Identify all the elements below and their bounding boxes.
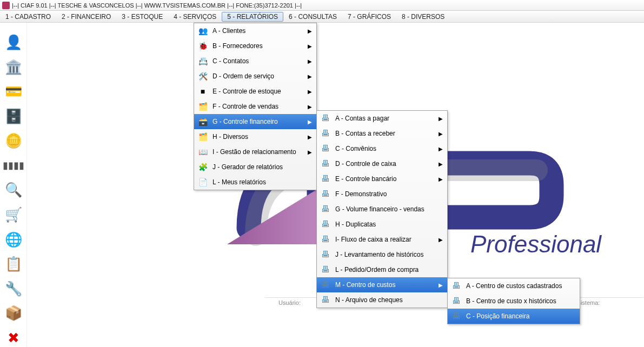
submenu-item-label: D - Controle de caixa [335, 160, 428, 168]
app-icon [2, 2, 10, 9]
menu-financeiro[interactable]: 2 - FINANCEIRO [56, 12, 116, 22]
submenu-item[interactable]: 📇C - Contatos▶ [194, 54, 316, 69]
submenu-item[interactable]: 🖶I- Fluxo de caixa a realizar▶ [317, 232, 447, 247]
submenu-item-label: A - Clientes [213, 27, 297, 35]
submenu-item-label: G - Volume financeiro - vendas [335, 205, 443, 213]
chevron-right-icon: ▶ [308, 74, 312, 79]
submenu-item[interactable]: 🖶F - Demonstrativo [317, 186, 447, 202]
note-icon[interactable]: 📋 [3, 255, 24, 273]
chevron-right-icon: ▶ [439, 282, 443, 288]
chevron-right-icon: ▶ [308, 58, 312, 64]
submenu-item-label: J - Levantamento de históricos [335, 251, 443, 258]
submenu-item-label: D - Ordem de serviço [213, 72, 297, 80]
printer-icon: 🖶 [320, 113, 331, 124]
submenu-item[interactable]: 🗃️G - Controle financeiro▶ [194, 114, 316, 129]
chevron-right-icon: ▶ [308, 149, 312, 155]
submenu-item-label: J - Gerador de relatórios [213, 163, 312, 171]
submenu-item-label: C - Convênios [335, 145, 428, 152]
menu-estoque[interactable]: 3 - ESTOQUE [116, 12, 168, 22]
submenu-item[interactable]: ■E - Controle de estoque▶ [194, 84, 316, 99]
submenu-item-label: C - Contatos [213, 57, 297, 65]
chevron-right-icon: ▶ [308, 28, 312, 34]
submenu-item[interactable]: 🗂️H - Diversos▶ [194, 129, 316, 144]
submenu-item[interactable]: 🧩J - Gerador de relatórios [194, 159, 316, 175]
close-icon[interactable]: ✖ [3, 329, 24, 347]
submenu-item[interactable]: 🖶A - Contas a pagar▶ [317, 111, 447, 126]
printer-icon: 🖶 [320, 295, 331, 305]
cashreg-icon[interactable]: 💳 [3, 83, 24, 101]
menu-consultas[interactable]: 6 - CONSULTAS [283, 12, 342, 22]
mixed: 🐞 [197, 41, 208, 51]
mixed: 📄 [197, 177, 208, 188]
submenu-item[interactable]: 🖶M - Centro de custos▶ [317, 277, 447, 292]
submenu-item-label: L - Meus relatórios [213, 178, 312, 186]
box-icon[interactable]: 📦 [3, 304, 24, 323]
mixed: 📖 [197, 146, 208, 157]
mixed: 🛠️ [197, 71, 208, 82]
submenu-item[interactable]: 🖶E - Controle bancário▶ [317, 171, 447, 186]
chevron-right-icon: ▶ [439, 146, 443, 152]
submenu-item-label: B - Centro de custo x históricos [466, 297, 575, 305]
mixed: 🗂️ [197, 131, 208, 142]
submenu-item[interactable]: 📖I - Gestão de relacionamento▶ [194, 144, 316, 159]
submenu-item[interactable]: 🗂️F - Controle de vendas▶ [194, 99, 316, 114]
submenu-item[interactable]: 🖶H - Duplicatas [317, 217, 447, 232]
safe-icon[interactable]: 🗄️ [3, 108, 24, 126]
submenu-item[interactable]: 🖶G - Volume financeiro - vendas [317, 202, 447, 217]
chevron-right-icon: ▶ [308, 43, 312, 49]
submenu-item[interactable]: 🖶L - Pedido/Ordem de compra [317, 262, 447, 277]
submenu-item[interactable]: 🖶J - Levantamento de históricos [317, 247, 447, 262]
menu-cadastro[interactable]: 1 - CADASTRO [0, 12, 56, 22]
submenu-item[interactable]: 🖶A - Centro de custos cadastrados [448, 278, 580, 293]
submenu-item[interactable]: 📄L - Meus relatórios [194, 175, 316, 190]
submenu-item[interactable]: 🛠️D - Ordem de serviço▶ [194, 69, 316, 84]
mixed: 👥 [197, 25, 208, 36]
submenu-item-label: B - Fornecedores [213, 42, 297, 50]
mixed: 🗃️ [197, 116, 208, 127]
submenu-item[interactable]: 🖶B - Centro de custo x históricos [448, 293, 580, 309]
submenu-item-label: L - Pedido/Ordem de compra [335, 266, 443, 273]
printer-icon: 🖶 [451, 296, 462, 306]
chevron-right-icon: ▶ [439, 116, 443, 122]
chevron-right-icon: ▶ [439, 161, 443, 167]
person-icon[interactable]: 👤 [3, 34, 24, 52]
printer-icon: 🖶 [320, 174, 331, 184]
menu-relatorios[interactable]: 5 - RELATÓRIOS [222, 12, 283, 22]
coins-icon[interactable]: 🪙 [3, 132, 24, 150]
chevron-right-icon: ▶ [308, 119, 312, 125]
submenu-item-label: I- Fluxo de caixa a realizar [335, 236, 428, 243]
barcode-icon[interactable]: ▮▮▮▮ [3, 157, 24, 175]
submenu-item[interactable]: 🐞B - Fornecedores▶ [194, 38, 316, 54]
menu-diversos[interactable]: 8 - DIVERSOS [396, 12, 450, 22]
left-toolbar: 👤 🏛️ 💳 🗄️ 🪙 ▮▮▮▮ 🔍 🛒 🌐 📋 🔧 📦 ✖ [0, 23, 27, 347]
printer-icon: 🖶 [320, 158, 331, 169]
submenu-item[interactable]: 🖶D - Controle de caixa▶ [317, 156, 447, 171]
submenu-item-label: C - Posição financeira [466, 312, 575, 320]
nfe-icon[interactable]: 🌐 [3, 230, 24, 249]
mixed: 📇 [197, 56, 208, 66]
chevron-right-icon: ▶ [308, 104, 312, 110]
search-icon[interactable]: 🔍 [3, 181, 24, 199]
submenu-item-label: M - Centro de custos [335, 281, 428, 289]
submenu-item[interactable]: 👥A - Clientes▶ [194, 23, 316, 38]
cart-icon[interactable]: 🛒 [3, 206, 24, 224]
printer-icon: 🖶 [320, 234, 331, 245]
printer-icon: 🖶 [320, 249, 331, 260]
menu-servicos[interactable]: 4 - SERVIÇOS [168, 12, 222, 22]
submenu-item[interactable]: 🖶B - Contas a receber▶ [317, 126, 447, 141]
printer-icon: 🖶 [320, 128, 331, 139]
mixed: 🗂️ [197, 101, 208, 112]
submenu-item-label: B - Contas a receber [335, 130, 428, 137]
submenu-item[interactable]: 🖶C - Posição financeira [448, 309, 580, 324]
title-text: |--| CIAF 9.01 |--| TESCHE & VASCONCELOS… [12, 2, 302, 9]
submenu-item-label: A - Contas a pagar [335, 115, 428, 122]
chevron-right-icon: ▶ [439, 237, 443, 243]
submenu-item-label: H - Duplicatas [335, 221, 443, 228]
submenu-item-label: F - Controle de vendas [213, 103, 297, 110]
mixed: 🧩 [197, 162, 208, 172]
tool-icon[interactable]: 🔧 [3, 279, 24, 298]
submenu-item[interactable]: 🖶C - Convênios▶ [317, 141, 447, 156]
bank-icon[interactable]: 🏛️ [3, 58, 24, 77]
submenu-item[interactable]: 🖶N - Arquivo de cheques [317, 292, 447, 308]
menu-graficos[interactable]: 7 - GRÁFICOS [342, 12, 396, 22]
